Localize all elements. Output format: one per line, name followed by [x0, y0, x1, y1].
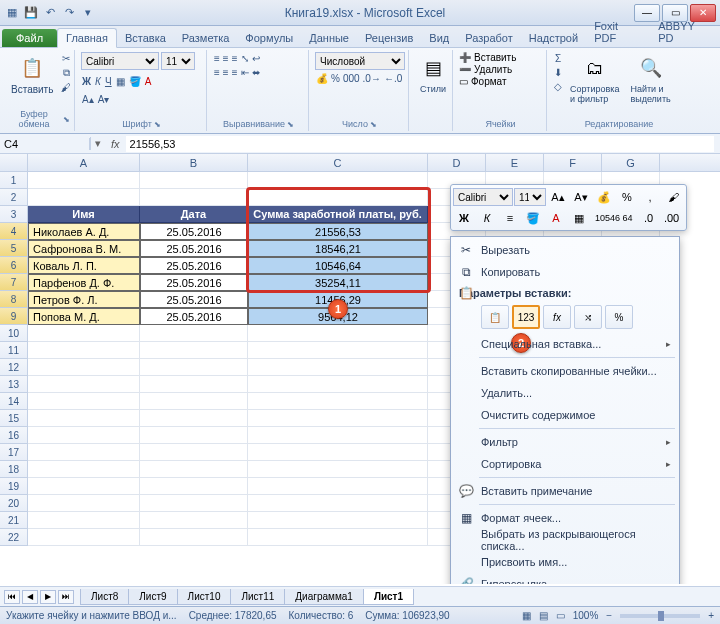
mt-currency-button[interactable]: 💰	[593, 187, 615, 207]
cell[interactable]: 25.05.2016	[140, 308, 248, 325]
mt-grow-font-button[interactable]: A▴	[547, 187, 569, 207]
mt-percent-button[interactable]: %	[616, 187, 638, 207]
cell[interactable]	[28, 410, 140, 427]
name-box[interactable]: C4	[0, 138, 90, 150]
paste-opt-transpose[interactable]: ⤭	[574, 305, 602, 329]
mt-font-select[interactable]: Calibri	[453, 188, 513, 206]
sheet-nav-prev[interactable]: ◀	[22, 590, 38, 604]
fx-icon[interactable]: fx	[111, 138, 120, 150]
dec-decimal-button[interactable]: ←.0	[383, 72, 403, 85]
cell[interactable]	[28, 172, 140, 189]
cm-define-name[interactable]: Присвоить имя...	[453, 551, 677, 573]
font-launcher-icon[interactable]: ⬊	[154, 120, 161, 129]
cell[interactable]	[28, 342, 140, 359]
save-icon[interactable]: 💾	[23, 5, 39, 21]
col-header[interactable]: A	[28, 154, 140, 171]
cell[interactable]: 25.05.2016	[140, 240, 248, 257]
row-header[interactable]: 16	[0, 427, 28, 444]
cell[interactable]	[140, 529, 248, 546]
copy-icon[interactable]: ⧉	[60, 66, 72, 80]
cell[interactable]	[140, 359, 248, 376]
comma-button[interactable]: 000	[342, 72, 361, 85]
cell[interactable]: Сафронова В. М.	[28, 240, 140, 257]
tab-layout[interactable]: Разметка	[174, 29, 238, 47]
cell[interactable]	[248, 172, 428, 189]
paste-button[interactable]: 📋 Вставить	[7, 52, 57, 97]
cell[interactable]: 25.05.2016	[140, 257, 248, 274]
zoom-slider[interactable]	[620, 614, 700, 618]
font-color-button[interactable]: A	[144, 75, 153, 88]
mt-border-button[interactable]: ▦	[568, 208, 590, 228]
cm-copy[interactable]: ⧉Копировать	[453, 261, 677, 283]
align-launcher-icon[interactable]: ⬊	[287, 120, 294, 129]
format-cells-button[interactable]: ▭Формат	[459, 76, 507, 87]
sheet-tab[interactable]: Лист8	[80, 589, 129, 605]
sheet-tab[interactable]: Лист10	[177, 589, 232, 605]
cell[interactable]: Попова М. Д.	[28, 308, 140, 325]
cell[interactable]: 25.05.2016	[140, 223, 248, 240]
cell[interactable]: Имя	[28, 206, 140, 223]
cm-dropdown-list[interactable]: Выбрать из раскрывающегося списка...	[453, 529, 677, 551]
row-header[interactable]: 10	[0, 325, 28, 342]
view-break-icon[interactable]: ▭	[556, 610, 565, 621]
row-header[interactable]: 15	[0, 410, 28, 427]
cell[interactable]	[28, 512, 140, 529]
align-right-button[interactable]: ≡	[231, 66, 239, 79]
insert-cells-button[interactable]: ➕Вставить	[459, 52, 516, 63]
row-header[interactable]: 20	[0, 495, 28, 512]
view-normal-icon[interactable]: ▦	[522, 610, 531, 621]
col-header[interactable]: E	[486, 154, 544, 171]
sheet-tab[interactable]: Лист11	[230, 589, 285, 605]
cm-cut[interactable]: ✂Вырезать	[453, 239, 677, 261]
cell[interactable]	[140, 172, 248, 189]
tab-addins[interactable]: Надстрой	[521, 29, 586, 47]
row-header[interactable]: 6	[0, 257, 28, 274]
cell[interactable]	[248, 189, 428, 206]
row-header[interactable]: 11	[0, 342, 28, 359]
cell[interactable]	[28, 529, 140, 546]
cell[interactable]	[140, 393, 248, 410]
cell[interactable]: Дата	[140, 206, 248, 223]
clear-button[interactable]: ◇	[553, 80, 563, 93]
cell[interactable]	[248, 444, 428, 461]
row-header[interactable]: 2	[0, 189, 28, 206]
cell[interactable]: Николаев А. Д.	[28, 223, 140, 240]
border-button[interactable]: ▦	[115, 75, 126, 88]
sheet-tab-active[interactable]: Лист1	[363, 589, 414, 605]
format-painter-icon[interactable]: 🖌	[60, 81, 72, 94]
merge-button[interactable]: ⬌	[251, 66, 261, 79]
cell[interactable]	[248, 478, 428, 495]
tab-abbyy[interactable]: ABBYY PD	[650, 17, 720, 47]
row-header[interactable]: 12	[0, 359, 28, 376]
row-header[interactable]: 8	[0, 291, 28, 308]
mt-size-select[interactable]: 11	[514, 188, 546, 206]
view-layout-icon[interactable]: ▤	[539, 610, 548, 621]
mt-align-button[interactable]: ≡	[499, 208, 521, 228]
cell[interactable]	[248, 427, 428, 444]
number-format-select[interactable]: Числовой	[315, 52, 405, 70]
align-center-button[interactable]: ≡	[222, 66, 230, 79]
cm-insert-copied[interactable]: Вставить скопированные ячейки...	[453, 360, 677, 382]
mt-dec-dec-button[interactable]: .00	[661, 208, 683, 228]
cell[interactable]	[248, 376, 428, 393]
styles-button[interactable]: ▤ Стили	[415, 52, 451, 96]
cell[interactable]	[28, 393, 140, 410]
wrap-text-button[interactable]: ↩	[251, 52, 261, 65]
cm-delete[interactable]: Удалить...	[453, 382, 677, 404]
zoom-out-button[interactable]: −	[606, 610, 612, 621]
mt-format-painter-button[interactable]: 🖌	[662, 187, 684, 207]
tab-dev[interactable]: Разработ	[457, 29, 520, 47]
sort-filter-button[interactable]: 🗂 Сортировка и фильтр	[566, 52, 623, 106]
row-header[interactable]: 3	[0, 206, 28, 223]
mt-fill-color-button[interactable]: 🪣	[522, 208, 544, 228]
tab-view[interactable]: Вид	[421, 29, 457, 47]
percent-button[interactable]: %	[330, 72, 341, 85]
cell[interactable]	[140, 495, 248, 512]
fill-color-button[interactable]: 🪣	[128, 75, 142, 88]
cell[interactable]: 10546,64	[248, 257, 428, 274]
cell[interactable]: 25.05.2016	[140, 274, 248, 291]
row-header[interactable]: 22	[0, 529, 28, 546]
row-header[interactable]: 13	[0, 376, 28, 393]
italic-button[interactable]: К	[94, 75, 102, 88]
cell[interactable]	[28, 376, 140, 393]
